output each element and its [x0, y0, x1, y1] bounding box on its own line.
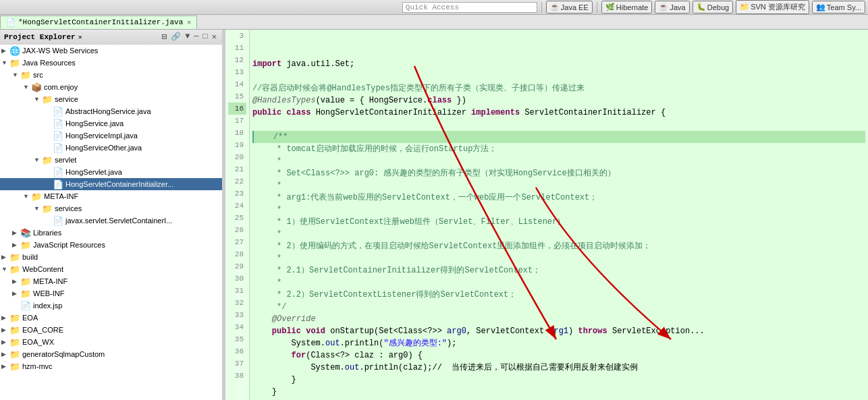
- code-token: * arg1:代表当前web应用的ServletContext，一个web应用一…: [252, 192, 597, 204]
- tree-expand-arrow[interactable]: ▶: [1, 254, 9, 260]
- code-token: arg0: [447, 325, 466, 337]
- tab-close-button[interactable]: ✕: [187, 18, 191, 26]
- tree-expand-arrow[interactable]: ▼: [34, 156, 42, 163]
- tree-item-hongservlet-java[interactable]: 📄HongServlet.java: [0, 166, 222, 178]
- tree-item-generatorsqlmapcustom[interactable]: ▶📁generatorSqlmapCustom: [0, 348, 222, 360]
- toolbar-btn-team[interactable]: 👥 Team Sy...: [812, 1, 865, 13]
- tree-item-icon: 📄: [53, 119, 63, 129]
- code-area[interactable]: 3111213141516171819202122232425262728293…: [225, 30, 868, 400]
- tree-item-services[interactable]: ▼📁services: [0, 202, 222, 215]
- tree-item-hongserviceimpl-java[interactable]: 📄HongServiceImpl.java: [0, 130, 222, 142]
- tree-expand-arrow[interactable]: ▶: [1, 363, 9, 370]
- close-panel-icon[interactable]: ✕: [211, 32, 218, 42]
- code-token: *: [252, 252, 281, 264]
- code-token: implements: [471, 107, 520, 119]
- code-token: class: [427, 94, 452, 107]
- tree-expand-arrow[interactable]: ▶: [1, 339, 9, 345]
- tree-item-service[interactable]: ▼📁service: [0, 93, 222, 105]
- tree-item-index-jsp[interactable]: 📄index.jsp: [0, 299, 222, 312]
- tree-item-label: com.enjoy: [44, 83, 78, 91]
- quick-access-input[interactable]: Quick Access: [402, 2, 537, 13]
- code-line-27: * 2.1）ServletContainerInitializer得到的Serv…: [252, 264, 865, 277]
- tree-expand-arrow[interactable]: ▼: [23, 193, 31, 200]
- code-token: */: [252, 301, 286, 313]
- tree-item-eoa-wx[interactable]: ▶📁EOA_WX: [0, 336, 222, 348]
- line-number-31: 31: [228, 285, 246, 297]
- tree-expand-arrow[interactable]: ▼: [23, 84, 31, 90]
- tree-item-label: servlet: [55, 156, 76, 164]
- collapse-icon[interactable]: ⊟: [161, 32, 168, 42]
- tree-item-label: HongService.java: [65, 119, 124, 127]
- tree-expand-arrow[interactable]: ▶: [1, 351, 9, 358]
- line-number-29: 29: [228, 260, 246, 273]
- tree-item-meta-inf[interactable]: ▶📁META-INF: [0, 275, 222, 287]
- tree-expand-arrow[interactable]: ▼: [34, 205, 42, 212]
- tree-item-meta-inf[interactable]: ▼📁META-INF: [0, 190, 222, 202]
- tree-item-java-resources[interactable]: ▼📁Java Resources: [0, 57, 222, 69]
- line-number-11: 11: [228, 42, 246, 54]
- tree-item-webcontent[interactable]: ▼📁WebContent: [0, 263, 222, 275]
- tree-item-abstracthongservice-java[interactable]: 📄AbstractHongService.java: [0, 105, 222, 117]
- tree-expand-arrow[interactable]: ▶: [12, 241, 20, 248]
- tree-item-hongservletcontainerinitializer---[interactable]: 📄HongServletContainerInitializer...: [0, 178, 222, 190]
- tree-expand-arrow[interactable]: ▶: [12, 290, 20, 297]
- tree-item-jax-ws-web-services[interactable]: ▶🌐JAX-WS Web Services: [0, 45, 222, 57]
- tree-expand-arrow[interactable]: ▼: [34, 96, 42, 103]
- code-content[interactable]: import java.util.Set; //容器启动时候会将@Handles…: [250, 30, 868, 400]
- minimize-icon[interactable]: ─: [192, 32, 200, 42]
- tree-item-icon: 📚: [20, 228, 31, 238]
- explorer-close-icon[interactable]: ✕: [78, 33, 82, 41]
- code-line-33: System.out.println("感兴趣的类型:");: [252, 337, 865, 349]
- tree-item-icon: 📄: [53, 143, 63, 153]
- tree-expand-arrow[interactable]: ▶: [12, 229, 20, 236]
- maximize-icon[interactable]: □: [202, 32, 209, 42]
- code-token: *: [252, 204, 281, 216]
- tree-expand-arrow[interactable]: ▶: [1, 314, 9, 321]
- line-number-18: 18: [228, 127, 246, 139]
- tree-item-hongserviceother-java[interactable]: 📄HongServiceOther.java: [0, 142, 222, 154]
- link-icon[interactable]: 🔗: [169, 32, 182, 42]
- toolbar-btn-svn[interactable]: 📁 SVN 资源库研究: [736, 0, 809, 14]
- debug-label: Debug: [707, 3, 729, 11]
- tree-item-hongservice-java[interactable]: 📄HongService.java: [0, 117, 222, 130]
- tree-item-hzm-mvc[interactable]: ▶📁hzm-mvc: [0, 360, 222, 372]
- content-area: Project Explorer ✕ ⊟ 🔗 ▼ ─ □ ✕ ▶🌐JAX-WS …: [0, 30, 868, 400]
- tree-item-label: JAX-WS Web Services: [22, 47, 98, 55]
- toolbar-btn-java[interactable]: ☕ Java: [655, 1, 689, 13]
- code-line-21: * arg1:代表当前web应用的ServletContext，一个web应用一…: [252, 192, 865, 204]
- tree-expand-arrow[interactable]: ▶: [1, 326, 9, 333]
- tree-expand-arrow[interactable]: ▶: [12, 278, 20, 285]
- tree-item-eoa[interactable]: ▶📁EOA: [0, 312, 222, 324]
- tree-item-javax-servlet-servletcontaineri---[interactable]: 📄javax.servlet.ServletContainerI...: [0, 215, 222, 227]
- code-token: arg1: [549, 325, 568, 337]
- toolbar-btn-debug[interactable]: 🐛 Debug: [693, 1, 733, 13]
- svn-icon: 📁: [740, 3, 749, 11]
- tree-item-com-enjoy[interactable]: ▼📦com.enjoy: [0, 81, 222, 93]
- tree-item-libraries[interactable]: ▶📚Libraries: [0, 227, 222, 239]
- code-token: System.: [252, 337, 325, 349]
- code-token: }: [252, 374, 296, 386]
- tree-expand-arrow[interactable]: ▼: [1, 266, 9, 273]
- tree-item-label: META-INF: [44, 192, 78, 200]
- code-line-36: }: [252, 374, 865, 386]
- toolbar-btn-hibernate[interactable]: 🌿 Hibernate: [601, 1, 653, 13]
- tree-expand-arrow[interactable]: ▼: [12, 72, 20, 78]
- tree-item-label: AbstractHongService.java: [65, 107, 151, 115]
- toolbar-btn-javaee[interactable]: ☕ Java EE: [546, 1, 593, 13]
- menu-icon[interactable]: ▼: [184, 32, 191, 42]
- tree-item-src[interactable]: ▼📁src: [0, 69, 222, 81]
- tree-item-label: WebContent: [22, 265, 63, 273]
- line-number-13: 13: [228, 66, 246, 78]
- tree-item-servlet[interactable]: ▼📁servlet: [0, 154, 222, 166]
- tree-item-web-inf[interactable]: ▶📁WEB-INF: [0, 287, 222, 299]
- tree-item-icon: 📁: [42, 204, 53, 214]
- tree-item-javascript-resources[interactable]: ▶📁JavaScript Resources: [0, 239, 222, 251]
- tree-item-label: generatorSqlmapCustom: [22, 350, 105, 358]
- tree-item-build[interactable]: ▶📁build: [0, 251, 222, 263]
- toolbar-separator-2: [597, 2, 597, 13]
- tab-main-file[interactable]: 📄 *HongServletContainerInitializer.java …: [0, 16, 197, 29]
- tree-expand-arrow[interactable]: ▶: [1, 47, 9, 54]
- tree-item-eoa-core[interactable]: ▶📁EOA_CORE: [0, 324, 222, 336]
- code-token: @HandlesTypes: [252, 94, 316, 107]
- tree-expand-arrow[interactable]: ▼: [1, 59, 9, 66]
